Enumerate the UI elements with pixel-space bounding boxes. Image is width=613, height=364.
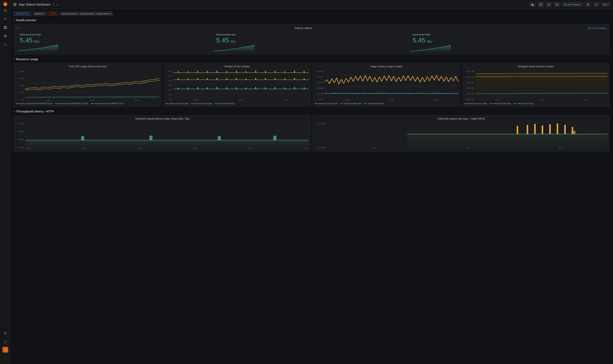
svg-rect-16 (13, 5, 15, 6)
help-icon[interactable]: ? (2, 354, 9, 361)
svg-rect-72 (218, 136, 221, 140)
plus-icon[interactable] (2, 15, 9, 23)
circle-icon[interactable] (2, 32, 9, 40)
refresh-btn[interactable] (593, 2, 600, 7)
svg-marker-77 (407, 134, 608, 146)
throughput-header[interactable]: ▾ Throughput/Latency - HTTP (14, 110, 610, 113)
svg-point-11 (5, 36, 6, 37)
vmem-chart-svg (475, 70, 608, 98)
grid-icon[interactable] (2, 24, 9, 31)
avatar[interactable]: 🎭 (2, 347, 8, 352)
resource-charts-grid: Total CPU usage (Kernel and User) 40 ms … (14, 63, 610, 107)
svg-rect-70 (81, 136, 84, 140)
rps-chart-svg (327, 122, 608, 146)
zoom-out-btn[interactable] (585, 2, 591, 7)
search-icon[interactable] (2, 7, 9, 14)
svg-rect-20 (533, 4, 534, 6)
uptime-card-name-1: tweet-provider-dapr (216, 33, 408, 36)
svg-rect-18 (531, 4, 532, 6)
heap-chart-title: Heap memory usage in bytes (315, 65, 458, 68)
health-monitor-header[interactable]: ▾ Health monitor (14, 19, 610, 22)
svg-rect-86 (572, 131, 576, 134)
content-area: NAMESPACE pipeline ▾ APPID tweet-process… (11, 9, 613, 364)
svg-marker-69 (26, 140, 309, 146)
latency-chart-svg (26, 122, 309, 146)
topbar-right: Last 3 hours ▾ 10s ▾ (529, 2, 611, 7)
svg-line-32 (588, 5, 589, 6)
throughput-chevron: ▾ (14, 110, 15, 113)
vmem-chart-title: Managed virtual memory in bytes (464, 65, 608, 68)
refresh-rate-btn[interactable]: 10s ▾ (601, 2, 611, 7)
star-icon[interactable]: ☆ (52, 3, 55, 6)
gear-icon[interactable] (2, 329, 9, 337)
vmem-chart-panel: Managed virtual memory in bytes 807.0 MB… (462, 63, 610, 107)
appid-select[interactable]: tweet-processor + tweet-provider + tweet… (59, 12, 113, 16)
app-logo: 🔥 (3, 2, 7, 6)
goroutines-chart-svg (173, 70, 309, 98)
cpu-chart-title: Total CPU usage (Kernel and User) (16, 65, 160, 68)
svg-rect-7 (5, 26, 7, 27)
goroutines-chart-panel: Number of GO routines 45.0 42.5 40.0 37.… (163, 63, 311, 107)
bell-icon[interactable] (2, 41, 9, 48)
heap-chart-panel: Heap memory usage in bytes 20.0 MB 17.5 … (313, 63, 460, 107)
svg-rect-8 (4, 28, 5, 29)
shield-icon[interactable] (2, 338, 9, 345)
health-chevron: ▾ (14, 19, 15, 21)
svg-rect-71 (149, 136, 153, 140)
throughput-title: Throughput/Latency - HTTP (16, 110, 54, 113)
resource-usage-header[interactable]: ▾ Resource usage (14, 58, 610, 61)
topbar-actions: ☆ ⤢ (52, 3, 59, 6)
uptime-chart-0 (17, 42, 58, 52)
appid-label: APPID (48, 12, 58, 15)
resource-chevron: ▾ (14, 58, 15, 60)
latency-chart-panel: Outbound request latency (App->Dapr) (95… (14, 115, 311, 152)
svg-rect-19 (532, 3, 533, 6)
namespace-label: NAMESPACE (14, 12, 31, 15)
svg-rect-25 (556, 3, 558, 5)
tv-btn[interactable] (554, 2, 560, 7)
topbar: Dapr Sidecar Dashboard ☆ ⤢ Last 3 hours … (11, 0, 613, 9)
cpu-chart-svg (25, 70, 160, 98)
resource-usage-title: Resource usage (16, 58, 38, 61)
heap-chart-legend: tweet-processor-dapr tweet-provider-dapr… (315, 103, 458, 105)
rps-chart-panel: Outbound request rate (App -> Dapr) (RPS… (313, 115, 610, 152)
svg-rect-15 (15, 3, 16, 4)
health-monitor-title: Health monitor (16, 19, 36, 22)
filter-bar: NAMESPACE pipeline ▾ APPID tweet-process… (14, 12, 610, 16)
uptime-card-name-0: tweet-processor-dapr (20, 33, 211, 36)
svg-line-36 (589, 28, 590, 28)
svg-line-30 (565, 4, 566, 5)
heap-chart-svg (325, 70, 458, 98)
svg-point-12 (5, 333, 6, 334)
time-range-label: Last 3 hours (567, 3, 580, 6)
svg-text:🔥: 🔥 (4, 3, 7, 5)
uptime-cards: tweet-processor-dapr 5.45 day tweet-prov… (17, 32, 606, 52)
bar-chart-btn[interactable] (529, 2, 536, 7)
cpu-chart-panel: Total CPU usage (Kernel and User) 40 ms … (14, 63, 162, 107)
sidebar-bottom: 🎭 ? (2, 329, 9, 362)
uptime-chart-1 (214, 42, 255, 52)
goroutines-chart-legend: tweet-processor-dapr tweet-provider-dapr… (166, 103, 309, 105)
namespace-select[interactable]: pipeline ▾ (33, 12, 46, 16)
latency-chart-title: Outbound request latency (App->Dapr) (95… (16, 117, 309, 120)
svg-rect-73 (273, 136, 277, 140)
uptime-panel-title: Sidecar uptime (18, 26, 588, 30)
svg-marker-38 (214, 45, 255, 52)
svg-line-3 (6, 11, 7, 12)
svg-rect-14 (13, 3, 15, 4)
svg-rect-9 (5, 28, 7, 29)
share-icon[interactable]: ⤢ (56, 3, 59, 6)
uptime-time-badge[interactable]: Last 5 minutes (588, 27, 606, 29)
time-range-chevron: ▾ (580, 3, 581, 6)
settings-btn[interactable] (546, 2, 552, 7)
topbar-logo (13, 3, 17, 6)
time-range-btn[interactable]: Last 3 hours ▾ (562, 2, 583, 7)
svg-rect-6 (4, 26, 5, 27)
uptime-card-provider: tweet-provider-dapr 5.45 day (214, 32, 410, 52)
add-panel-btn[interactable] (537, 2, 544, 7)
uptime-panel: ℹ Sidecar uptime Last 5 minutes tweet-pr… (14, 24, 610, 55)
sidebar: 🔥 🎭 ? (0, 0, 11, 364)
svg-marker-64 (475, 73, 608, 98)
svg-point-24 (548, 4, 549, 5)
uptime-chart-2 (410, 42, 451, 52)
